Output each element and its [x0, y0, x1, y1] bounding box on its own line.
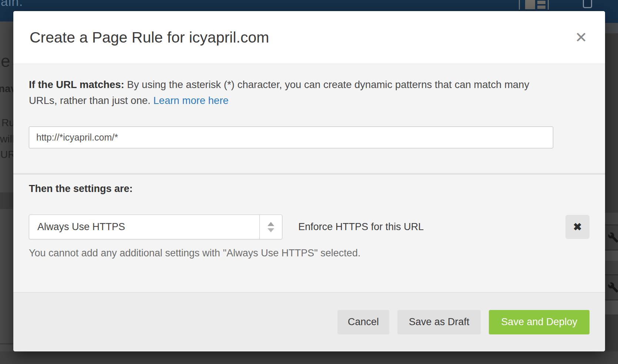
background-header-text-fragment: ain.	[1, 0, 23, 9]
background-divider-line	[548, 0, 549, 10]
list-view-icon	[537, 6, 545, 9]
background-band	[605, 300, 618, 314]
background-page-right-edge	[605, 23, 618, 351]
background-text-fragment: will	[0, 133, 13, 145]
chevron-up-icon	[268, 222, 274, 226]
background-text-fragment: Ru	[1, 117, 13, 129]
background-band	[605, 261, 618, 274]
create-page-rule-modal: Create a Page Rule for icyapril.com ✕ If…	[13, 11, 605, 351]
setting-description: Enforce HTTPS for this URL	[298, 221, 424, 233]
remove-setting-button[interactable]: ✖	[565, 215, 590, 239]
background-page-bottom-edge	[0, 351, 618, 364]
setting-select[interactable]: Always Use HTTPS	[29, 215, 282, 239]
modal-body: If the URL matches: By using the asteris…	[13, 64, 605, 292]
background-page-left-edge: e nav Ru will UR	[0, 21, 13, 351]
url-match-label: If the URL matches:	[29, 79, 124, 90]
setting-row: Always Use HTTPS Enforce HTTPS for this …	[29, 215, 590, 239]
modal-title: Create a Page Rule for icyapril.com	[30, 29, 269, 46]
wrench-icon	[608, 232, 618, 243]
modal-header: Create a Page Rule for icyapril.com ✕	[13, 11, 605, 64]
wrench-icon	[608, 282, 618, 293]
section-divider	[13, 173, 605, 175]
remove-x-icon: ✖	[573, 221, 582, 233]
background-band	[605, 225, 618, 250]
background-band	[605, 250, 618, 261]
background-text-fragment: nav	[0, 83, 13, 95]
grid-view-icon	[525, 0, 535, 9]
background-text-fragment: e	[1, 51, 10, 71]
background-table-header-band	[0, 192, 13, 209]
url-match-description: If the URL matches: By using the asteris…	[29, 77, 543, 108]
chevron-down-icon	[268, 228, 274, 232]
setting-select-value: Always Use HTTPS	[29, 221, 259, 233]
modal-footer: Cancel Save as Draft Save and Deploy	[13, 292, 605, 351]
save-and-deploy-button[interactable]: Save and Deploy	[489, 310, 590, 334]
settings-heading: Then the settings are:	[29, 183, 590, 195]
background-header-button-icon	[583, 0, 592, 8]
background-band	[605, 213, 618, 225]
background-text-fragment: UR	[0, 149, 13, 161]
setting-note: You cannot add any additional settings w…	[29, 247, 590, 259]
select-spinner-icon[interactable]	[259, 215, 282, 239]
list-view-icon	[537, 1, 545, 4]
url-pattern-input[interactable]	[29, 127, 553, 148]
background-divider-line	[0, 343, 13, 344]
save-as-draft-button[interactable]: Save as Draft	[397, 310, 481, 334]
background-divider-line	[519, 0, 520, 10]
learn-more-link[interactable]: Learn more here	[153, 95, 228, 106]
background-band	[605, 23, 618, 33]
background-band	[605, 274, 618, 300]
close-icon[interactable]: ✕	[573, 28, 589, 46]
cancel-button[interactable]: Cancel	[337, 310, 389, 334]
